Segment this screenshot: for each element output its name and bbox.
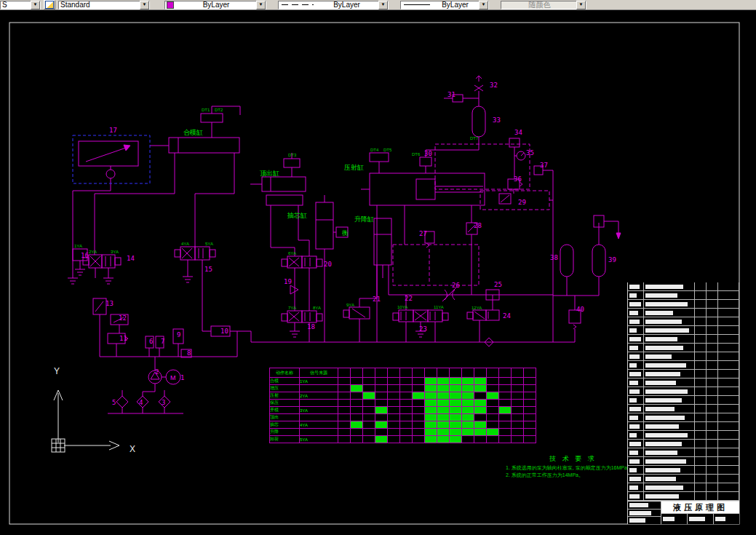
component-number-label: 38 — [550, 254, 558, 261]
parts-list-cell — [695, 317, 707, 325]
seq-state-cell — [524, 414, 536, 421]
lineweight-combo[interactable]: ByLayer ▼ — [400, 1, 489, 9]
parts-list-text-bar — [629, 416, 638, 420]
component-number-label: 26 — [452, 282, 460, 289]
seq-state-cell — [437, 378, 450, 385]
solenoid-tag-label: 3YA — [111, 250, 119, 254]
parts-list-cell — [707, 282, 718, 290]
component-number-label: 27 — [419, 230, 427, 237]
seq-state-cell — [363, 385, 375, 392]
seq-state-cell — [499, 385, 512, 392]
color-combo[interactable]: ByLayer ▼ — [164, 1, 266, 9]
seq-state-cell — [388, 400, 400, 407]
seq-state-cell — [351, 407, 363, 414]
parts-list-cell — [707, 440, 718, 448]
component-number-label: 2 — [155, 368, 159, 376]
parts-list-cell — [644, 370, 695, 378]
seq-state-cell — [512, 407, 524, 414]
seq-table-step-header — [413, 368, 425, 378]
seq-state-cell — [524, 407, 536, 414]
layer-combo[interactable]: S ▼ — [0, 1, 41, 9]
tech-requirements-line: 2. 系统的正常工作压力为14MPa。 — [506, 472, 640, 479]
technical-requirements: 技 术 要 求 1. 系统选用的泵为轴向柱塞泵, 泵的额定压力为16MPa。 2… — [506, 455, 640, 479]
parts-list-cell — [628, 448, 644, 456]
parts-list-cell — [628, 431, 644, 439]
solenoid-tag-label: 5YA — [205, 242, 213, 246]
parts-list-cell — [718, 405, 739, 413]
parts-list-text-bar — [629, 389, 640, 394]
parts-list-row — [628, 291, 739, 300]
seq-state-cell — [388, 392, 400, 400]
parts-list-cell — [644, 387, 695, 395]
seq-state-cell — [499, 414, 512, 421]
parts-list-cell — [628, 396, 644, 404]
seq-state-cell — [413, 421, 425, 429]
parts-list-cell — [628, 405, 644, 413]
seq-state-cell — [338, 407, 351, 414]
seq-table-step-header — [462, 368, 474, 378]
seq-table-step-header — [437, 368, 450, 378]
parts-list-text-bar — [629, 494, 640, 499]
seq-state-cell — [363, 378, 375, 385]
seq-state-cell — [425, 407, 437, 414]
chevron-down-icon[interactable]: ▼ — [378, 1, 388, 9]
cylinder-name-label: 合模缸 — [183, 129, 203, 136]
parts-list-text-bar — [629, 285, 640, 289]
seq-table-row: 卸荷5YA — [270, 436, 536, 443]
seq-state-cell — [425, 414, 437, 421]
parts-list-text-bar — [645, 407, 675, 411]
parts-list-text-bar — [645, 354, 672, 359]
seq-state-cell — [437, 400, 450, 407]
parts-list-cell — [718, 379, 739, 387]
solenoid-tag-label: DT7 — [470, 136, 479, 140]
component-number-label: 6 — [149, 338, 153, 345]
seq-state-cell — [437, 414, 450, 421]
seq-state-cell — [363, 414, 375, 421]
seq-state-cell — [450, 429, 462, 436]
parts-list-row — [628, 492, 739, 501]
text-style-combo[interactable]: Standard ▼ — [58, 1, 150, 9]
tech-requirements-line: 1. 系统选用的泵为轴向柱塞泵, 泵的额定压力为16MPa。 — [506, 464, 640, 472]
axis-label: M — [170, 374, 176, 381]
style-manager-button[interactable] — [44, 0, 55, 9]
component-number-label: 35 — [526, 149, 534, 156]
seq-state-cell — [413, 400, 425, 407]
parts-list-cell — [718, 344, 739, 352]
chevron-down-icon[interactable]: ▼ — [256, 1, 266, 9]
solenoid-tag-label: 1YA — [74, 244, 82, 248]
solenoid-tag-label: 6YA — [288, 251, 296, 255]
parts-list-cell — [628, 413, 644, 421]
parts-list-cell — [695, 413, 707, 421]
parts-list-cell — [644, 317, 695, 325]
linetype-combo[interactable]: ByLayer ▼ — [278, 1, 389, 9]
seq-state-cell — [462, 400, 474, 407]
parts-list-text-bar — [629, 459, 640, 464]
parts-list-cell — [695, 422, 707, 430]
parts-list-text-bar — [629, 381, 638, 385]
parts-list-text-bar — [645, 416, 685, 420]
seq-state-cell — [499, 407, 512, 414]
parts-list-cell — [628, 387, 644, 395]
parts-list-cell — [707, 396, 718, 404]
parts-list-cell — [707, 291, 718, 299]
parts-list-text-bar — [629, 363, 637, 368]
seq-table-step-header — [425, 368, 437, 378]
parts-list-cell — [718, 422, 739, 430]
parts-list-cell — [695, 492, 707, 500]
seq-state-cell — [375, 392, 388, 400]
chevron-down-icon[interactable]: ▼ — [140, 1, 149, 9]
parts-list-row — [628, 405, 739, 413]
model-space-canvas[interactable]: 1234567891011121314151617181920212223242… — [0, 10, 756, 535]
chevron-down-icon[interactable]: ▼ — [479, 1, 488, 9]
tech-requirements-heading: 技 术 要 求 — [506, 455, 640, 462]
seq-state-cell — [413, 385, 425, 392]
parts-list-titleblock: 液压原理图 — [627, 282, 739, 524]
parts-list-text-bar — [645, 372, 680, 376]
seq-table-step-header — [487, 368, 499, 378]
parts-list-cell — [718, 282, 739, 290]
parts-list-text-bar — [645, 311, 673, 315]
seq-table-row: 增压 — [270, 385, 536, 392]
chevron-down-icon[interactable]: ▼ — [31, 1, 40, 9]
seq-state-cell — [487, 414, 499, 421]
seq-state-cell — [487, 378, 499, 385]
